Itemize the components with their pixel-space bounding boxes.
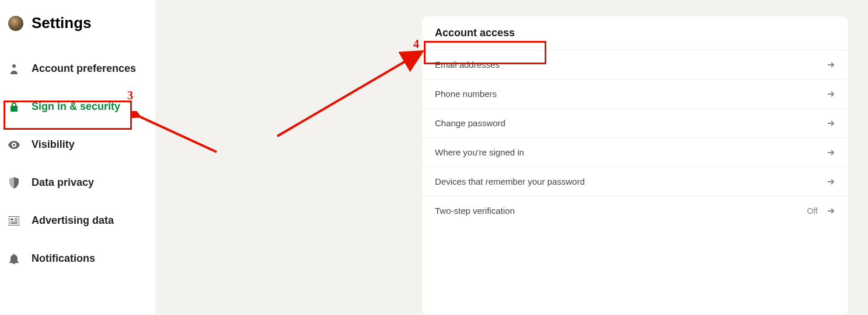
lock-icon xyxy=(8,102,20,112)
sidebar-item-sign-in-security[interactable]: Sign in & security xyxy=(0,88,155,126)
person-icon xyxy=(8,64,20,74)
row-status: Off xyxy=(807,206,818,216)
avatar[interactable] xyxy=(8,16,23,31)
bell-icon xyxy=(8,254,20,264)
card-title: Account access xyxy=(422,16,848,50)
sidebar-item-label: Visibility xyxy=(32,139,75,151)
newspaper-icon xyxy=(8,216,20,226)
row-label: Phone numbers xyxy=(435,89,497,99)
row-where-signed-in[interactable]: Where you're signed in xyxy=(422,137,848,167)
chevron-right-icon xyxy=(826,119,835,128)
row-phone-numbers[interactable]: Phone numbers xyxy=(422,79,848,108)
account-access-card: Account access Email addresses Phone num… xyxy=(422,16,848,315)
sidebar-item-label: Account preferences xyxy=(32,63,136,75)
sidebar-item-visibility[interactable]: Visibility xyxy=(0,126,155,164)
svg-rect-2 xyxy=(11,219,13,220)
row-change-password[interactable]: Change password xyxy=(422,108,848,137)
sidebar-header: Settings xyxy=(0,14,155,50)
sidebar-item-label: Sign in & security xyxy=(32,101,120,113)
shield-icon xyxy=(8,177,20,189)
row-label: Email addresses xyxy=(435,60,500,70)
sidebar-item-notifications[interactable]: Notifications xyxy=(0,240,155,278)
chevron-right-icon xyxy=(826,148,835,157)
sidebar-item-label: Data privacy xyxy=(32,176,94,189)
eye-icon xyxy=(8,141,20,149)
sidebar-item-advertising-data[interactable]: Advertising data xyxy=(0,202,155,240)
sidebar-item-data-privacy[interactable]: Data privacy xyxy=(0,164,155,202)
row-devices-remember-password[interactable]: Devices that remember your password xyxy=(422,167,848,196)
main-content: Account access Email addresses Phone num… xyxy=(155,0,868,315)
settings-sidebar: Settings Account preferences Sign in & s… xyxy=(0,0,155,315)
row-label: Two-step verification xyxy=(435,206,515,216)
sidebar-item-account-preferences[interactable]: Account preferences xyxy=(0,50,155,88)
chevron-right-icon xyxy=(826,206,835,216)
row-label: Change password xyxy=(435,118,506,128)
chevron-right-icon xyxy=(826,177,835,186)
svg-rect-1 xyxy=(9,216,19,226)
sidebar-item-label: Advertising data xyxy=(32,214,114,227)
sidebar-item-label: Notifications xyxy=(32,252,95,265)
row-two-step-verification[interactable]: Two-step verification Off xyxy=(422,196,848,225)
row-label: Devices that remember your password xyxy=(435,176,585,186)
chevron-right-icon xyxy=(826,60,835,70)
row-email-addresses[interactable]: Email addresses xyxy=(422,50,848,79)
chevron-right-icon xyxy=(826,89,835,99)
row-label: Where you're signed in xyxy=(435,147,524,157)
svg-point-0 xyxy=(12,64,16,68)
page-title: Settings xyxy=(32,14,92,32)
